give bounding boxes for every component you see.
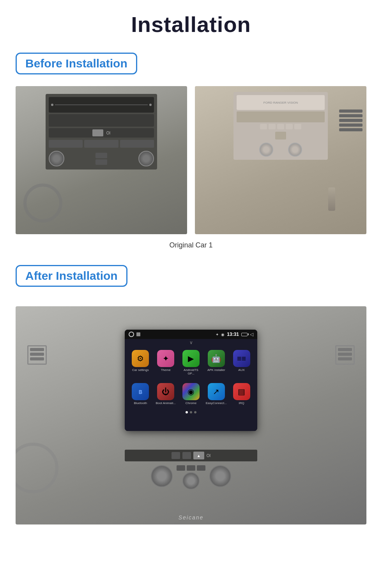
app-car-settings[interactable]: ⚙ Car settings [129,350,152,375]
radio-unit-left [49,97,154,113]
warning-icon-right [275,132,286,139]
small-btn-3 [120,140,154,148]
status-wifi-icon: ✦ [216,332,219,337]
app-theme-label: Theme [161,368,171,372]
app-boot-icon: ⏻ [157,383,174,400]
app-bluetooth[interactable]: ʙ Bluetooth [129,383,152,405]
seicane-watermark: Seicane [179,514,204,521]
after-installation-badge: After Installation [16,265,127,287]
lv2 [30,353,44,356]
left-vents-after [27,345,47,365]
vent-1 [339,109,363,113]
right-vents [339,109,363,133]
dashboard-center-left: OI [46,94,157,170]
battery-icon [241,333,248,336]
status-icon-circle [129,332,134,337]
small-btn-r3 [277,124,284,129]
status-icon-square [136,332,140,336]
app-grid-row2: ʙ Bluetooth ⏻ Boot Animati... ◉ Chrome ↗… [125,379,257,409]
after-lower-controls: ▲ OI [125,450,257,489]
right-knob [138,151,154,166]
status-right: ✦ ◉ 13:31 ◁ [216,332,253,337]
app-easyconnect-icon: ↗ [208,383,225,400]
small-btn-r5 [294,124,301,129]
before-car-photo-left: OI [16,86,187,234]
ac-unit-left [49,114,154,127]
vent-2 [339,114,363,117]
display-right [237,111,325,122]
gear-shift [328,187,335,211]
oi-label: OI [207,454,211,458]
app-aux[interactable]: ≡≡ AUX [230,350,253,375]
lv3 [30,357,44,360]
knob-right-2 [288,143,302,157]
app-theme[interactable]: ✦ Theme [155,350,177,375]
vent-3 [339,119,363,122]
page-container: Installation Before Installation OI [0,0,382,536]
before-images-container: OI [16,86,366,234]
before-installation-badge: Before Installation [16,53,137,74]
before-car-photo-right: FORD RANGER VISION [195,86,366,234]
mid-btns [177,465,205,471]
mid-btn-2 [187,465,195,471]
steering-wheel-left [23,184,62,222]
small-btns [49,140,154,148]
page-dots [125,409,257,416]
app-car-settings-label: Car settings [132,368,149,372]
status-time: 13:31 [227,332,239,337]
warning-text: OI [106,131,111,135]
app-boot-anim[interactable]: ⏻ Boot Animati... [155,383,177,405]
back-icon: ◁ [250,332,253,337]
app-irq-icon: ▤ [233,383,250,400]
app-android-gp[interactable]: ▶ AndroidTS GP... [180,350,202,375]
ac-btn-1 [172,452,180,459]
app-chrome[interactable]: ◉ Chrome [180,383,202,405]
controls-right [237,143,325,157]
rv1 [338,348,352,351]
after-left-knob [151,465,173,487]
center-btn-2 [96,159,107,165]
status-left [129,332,140,337]
small-btn-r4 [286,124,293,129]
app-irq[interactable]: ▤ IRQ [230,383,253,405]
original-car-caption: Original Car 1 [16,241,366,249]
warning-panel: OI [49,128,154,138]
app-apk-icon: 🤖 [208,350,225,367]
app-aux-icon: ≡≡ [233,350,250,367]
app-bluetooth-label: Bluetooth [134,401,147,405]
page-title: Installation [16,12,366,37]
app-chrome-icon: ◉ [182,383,200,400]
small-btn-r1 [260,124,267,129]
small-btn-2 [84,140,118,148]
right-vents-after [335,345,355,365]
center-knob-after [182,472,200,489]
app-bluetooth-icon: ʙ [132,383,149,400]
vent-4 [339,124,363,127]
car-interior-graphic-right: FORD RANGER VISION [195,86,366,234]
android-status-bar: ✦ ◉ 13:31 ◁ [125,330,257,339]
knobs-row [49,151,154,166]
app-aux-label: AUX [238,368,244,372]
spacer [276,143,286,157]
center-controls-after [177,465,205,489]
dot-3 [194,411,196,413]
app-apk-installer[interactable]: 🤖 APK installer [205,350,227,375]
app-easyconnect[interactable]: ↗ EasyConnect... [205,383,227,405]
small-btns-right [237,124,325,129]
lv1 [30,348,44,351]
app-theme-icon: ✦ [157,350,174,367]
mid-btn-1 [177,465,185,471]
right-vent-box [335,345,355,365]
after-installation-label: After Installation [25,269,118,282]
app-boot-label: Boot Animati... [156,401,176,405]
car-interior-graphic-left: OI [16,86,187,234]
warning-triangle-after: ▲ [193,452,204,459]
radio-line [55,104,148,105]
android-head-unit: ✦ ◉ 13:31 ◁ ∨ ⚙ Car settings [125,330,257,431]
app-grid-row1: ⚙ Car settings ✦ Theme ▶ AndroidTS GP...… [125,346,257,379]
center-btn-1 [96,153,107,158]
after-installation-image: ✦ ◉ 13:31 ◁ ∨ ⚙ Car settings [16,306,366,524]
app-car-settings-icon: ⚙ [132,350,149,367]
rv3 [338,357,352,360]
dot-1 [186,411,188,413]
